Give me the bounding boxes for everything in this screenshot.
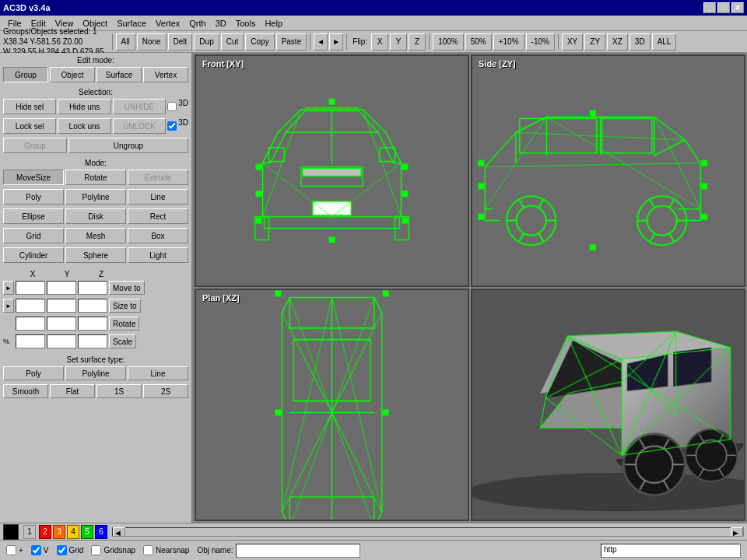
surface-mode-button[interactable]: Surface (96, 67, 142, 82)
scale-button[interactable]: Scale (109, 334, 136, 348)
scroll-right[interactable]: ► (731, 527, 743, 537)
cut-button[interactable]: Cut (221, 33, 244, 51)
vertex-mode-button[interactable]: Vertex (143, 67, 188, 82)
box-button[interactable]: Box (128, 228, 188, 243)
plus-checkbox[interactable] (6, 545, 16, 555)
flat-button[interactable]: Flat (50, 384, 95, 398)
lock-3d-check[interactable] (167, 118, 177, 134)
color-5[interactable]: 5 (81, 525, 93, 539)
surf-poly-button[interactable]: Poly (3, 366, 64, 380)
movesize-button[interactable]: MoveSize (3, 170, 64, 185)
dup-button[interactable]: Dup (194, 33, 219, 51)
menu-item-vertex[interactable]: Vertex (151, 17, 184, 30)
menu-item-surface[interactable]: Surface (112, 17, 151, 30)
flip-x-button[interactable]: X (371, 33, 388, 51)
black-swatch[interactable] (3, 524, 19, 540)
view-zy-button[interactable]: ZY (584, 33, 605, 51)
check-gridsnap[interactable]: Gridsnap (91, 545, 135, 555)
flip-z-button[interactable]: Z (409, 33, 426, 51)
sphere-button[interactable]: Sphere (65, 247, 126, 263)
surf-polyline-button[interactable]: Polyline (65, 366, 126, 380)
view-xy-button[interactable]: XY (562, 33, 583, 51)
2s-button[interactable]: 2S (143, 384, 188, 398)
group-button[interactable]: Group (3, 138, 67, 153)
front-viewport[interactable]: Front [XY] (195, 54, 469, 287)
copy-button[interactable]: Copy (245, 33, 274, 51)
rotate-mode-button[interactable]: Rotate (65, 170, 126, 185)
x-size-input[interactable]: 1 (16, 299, 45, 313)
none-button[interactable]: None (137, 33, 167, 51)
menu-item-tools[interactable]: Tools (231, 17, 261, 30)
1s-button[interactable]: 1S (96, 384, 142, 398)
maximize-button[interactable]: □ (717, 2, 730, 13)
z-rot-input[interactable]: 0 (78, 317, 107, 331)
color-2[interactable]: 2 (39, 525, 51, 539)
cylinder-button[interactable]: Cylinder (3, 247, 64, 263)
move-arrow[interactable]: ► (3, 281, 14, 295)
unhide-button[interactable]: UNHIDE (113, 99, 166, 114)
group-mode-button[interactable]: Group (3, 67, 48, 82)
view-all-button[interactable]: ALL (652, 33, 677, 51)
zoom-minus-button[interactable]: -10% (526, 33, 555, 51)
disk-button[interactable]: Disk (65, 208, 126, 224)
check-grid[interactable]: Grid (57, 545, 84, 555)
color-scrollbar[interactable]: ◄ ► (112, 527, 744, 537)
obj-name-input[interactable] (236, 544, 360, 558)
check-v[interactable]: V (31, 545, 49, 555)
z-size-input[interactable]: 1 (78, 299, 107, 313)
gridsnap-checkbox[interactable] (91, 545, 101, 555)
v-checkbox[interactable] (31, 545, 41, 555)
color-6[interactable]: 6 (95, 525, 107, 539)
menu-item-help[interactable]: Help (260, 17, 287, 30)
z-scale-input[interactable]: 100 (78, 334, 107, 348)
surf-line-button[interactable]: Line (128, 366, 188, 380)
x-rot-input[interactable]: 0 (16, 317, 45, 331)
y-scale-input[interactable]: 100 (47, 334, 76, 348)
x-move-input[interactable]: 0 (16, 281, 45, 295)
check-plus[interactable]: + (6, 545, 23, 555)
all-button[interactable]: All (116, 33, 135, 51)
unhide-3d-check[interactable] (167, 99, 177, 114)
move-to-button[interactable]: Move to (109, 281, 145, 295)
minimize-button[interactable]: _ (703, 2, 716, 13)
ungroup-button[interactable]: Ungroup (68, 138, 188, 153)
rect-button[interactable]: Rect (128, 208, 188, 224)
flip-y-button[interactable]: Y (390, 33, 407, 51)
lock-uns-button[interactable]: Lock uns (58, 118, 110, 134)
extrude-button[interactable]: Extrude (128, 170, 188, 185)
hide-uns-button[interactable]: Hide uns (58, 99, 110, 114)
poly-button[interactable]: Poly (3, 189, 64, 205)
light-button[interactable]: Light (128, 247, 188, 263)
nav-next-button[interactable]: ► (329, 33, 343, 51)
size-to-button[interactable]: Size to (109, 299, 141, 313)
zoom-50-button[interactable]: 50% (465, 33, 492, 51)
hide-sel-button[interactable]: Hide sel (3, 99, 56, 114)
side-viewport[interactable]: Side [ZY] (471, 54, 745, 287)
line-button[interactable]: Line (128, 189, 188, 205)
menu-item-qrth[interactable]: Qrth (184, 17, 210, 30)
view-3d-button[interactable]: 3D (630, 33, 651, 51)
zoom-100-button[interactable]: 100% (433, 33, 464, 51)
grid-checkbox[interactable] (57, 545, 67, 555)
scroll-left[interactable]: ◄ (113, 527, 125, 537)
polyline-button[interactable]: Polyline (65, 189, 126, 205)
unlock-button[interactable]: UNLOCK (113, 118, 166, 134)
object-mode-button[interactable]: Object (50, 67, 95, 82)
menu-item-3d[interactable]: 3D (211, 17, 231, 30)
y-move-input[interactable]: 0 (47, 281, 76, 295)
color-4[interactable]: 4 (67, 525, 79, 539)
size-arrow[interactable]: ► (3, 299, 14, 313)
plan-viewport[interactable]: Plan [XZ] (195, 289, 469, 521)
y-size-input[interactable]: 1 (47, 299, 76, 313)
close-button[interactable]: ✕ (731, 2, 744, 13)
grid-button[interactable]: Grid (3, 228, 64, 243)
color-1[interactable]: 1 (23, 525, 36, 539)
nav-prev-button[interactable]: ◄ (314, 33, 328, 51)
lock-sel-button[interactable]: Lock sel (3, 118, 56, 134)
mesh-button[interactable]: Mesh (65, 228, 126, 243)
view-xz-button[interactable]: XZ (607, 33, 628, 51)
z-move-input[interactable]: 0 (78, 281, 107, 295)
paste-button[interactable]: Paste (276, 33, 307, 51)
3d-viewport[interactable] (471, 289, 745, 521)
rotate-button[interactable]: Rotate (109, 317, 139, 331)
